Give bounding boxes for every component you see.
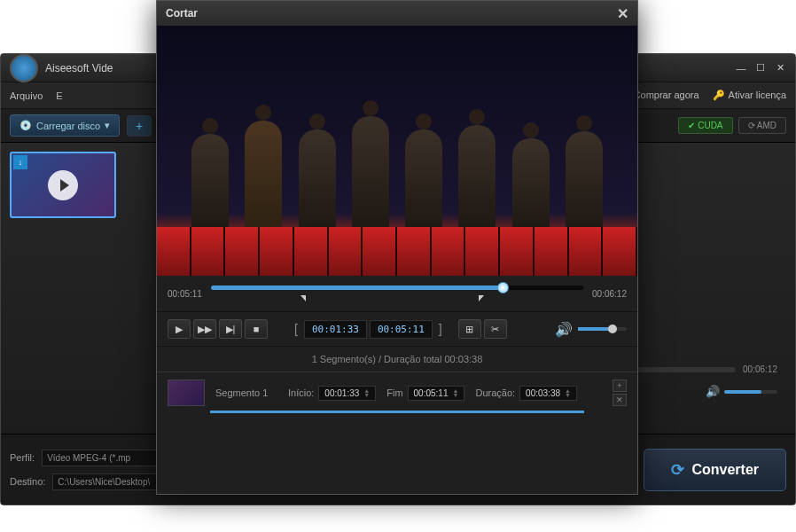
trim-dialog: Cortar ✕ 00:05:11 00:06:12 ▶ ▶▶ ▶| ■ [ 0…	[156, 0, 638, 495]
close-button[interactable]: ✕	[774, 62, 786, 74]
menu-arquivo[interactable]: Arquivo	[10, 90, 43, 101]
menu-e[interactable]: E	[56, 90, 62, 101]
segment-range-bar	[210, 411, 584, 413]
timeline-end-label: 00:06:12	[592, 289, 627, 299]
dialog-title: Cortar	[166, 7, 198, 20]
timeline-start-label: 00:05:11	[168, 289, 202, 299]
dialog-close-button[interactable]: ✕	[617, 5, 628, 22]
playhead-handle[interactable]	[497, 282, 509, 293]
split-button[interactable]: ⊞	[458, 319, 481, 339]
volume-slider[interactable]	[724, 390, 777, 394]
perfil-label: Perfil:	[10, 452, 35, 463]
perfil-input[interactable]	[42, 450, 166, 466]
disc-icon: 💿	[20, 120, 32, 131]
app-logo-icon	[10, 54, 38, 82]
mute-button[interactable]: 🔊	[555, 321, 573, 338]
download-tag-icon: ↓	[13, 155, 27, 169]
amd-badge: ⟳ AMD	[738, 117, 786, 134]
stop-button[interactable]: ■	[245, 319, 268, 339]
maximize-button[interactable]: ☐	[754, 62, 767, 74]
activate-link[interactable]: 🔑Ativar licença	[713, 90, 786, 101]
refresh-icon: ⟳	[671, 460, 684, 480]
duracao-spinner[interactable]: 00:03:38▲▼	[519, 386, 577, 401]
volume-slider[interactable]	[578, 327, 627, 331]
inicio-spinner[interactable]: 00:01:33▲▼	[318, 386, 376, 401]
fastforward-button[interactable]: ▶▶	[193, 319, 216, 339]
preview-time-total: 00:06:12	[743, 364, 777, 374]
play-overlay-icon	[60, 179, 69, 192]
destino-label: Destino:	[10, 476, 45, 487]
playback-controls: ▶ ▶▶ ▶| ■ [ 00:01:33 00:05:11 ] ⊞ ✂ 🔊	[157, 311, 637, 347]
segment-remove-button[interactable]: ✕	[613, 394, 627, 406]
duracao-label: Duração:	[475, 387, 515, 398]
convert-button[interactable]: ⟳Converter	[644, 449, 786, 491]
next-frame-button[interactable]: ▶|	[219, 319, 242, 339]
segment-add-button[interactable]: +	[613, 379, 627, 392]
segment-name: Segmento 1	[215, 387, 277, 398]
time-out-field[interactable]: 00:05:11	[370, 320, 433, 339]
inicio-label: Início:	[288, 387, 314, 398]
minimize-button[interactable]: —	[735, 62, 747, 74]
dialog-titlebar: Cortar ✕	[157, 1, 637, 26]
volume-icon[interactable]: 🔊	[706, 385, 720, 398]
segment-summary: 1 Segmento(s) / Duração total 00:03:38	[157, 347, 637, 372]
trim-in-marker[interactable]	[300, 295, 306, 301]
time-in-field[interactable]: 00:01:33	[304, 320, 367, 339]
timeline-track[interactable]	[211, 281, 583, 306]
play-button[interactable]: ▶	[168, 319, 191, 339]
segment-thumbnail	[168, 379, 205, 406]
bracket-in-icon[interactable]: [	[291, 322, 301, 336]
key-icon: 🔑	[713, 90, 725, 100]
bracket-out-icon[interactable]: ]	[435, 322, 446, 336]
media-thumbnail[interactable]: ↓	[10, 152, 116, 218]
add-button[interactable]: +	[127, 115, 152, 137]
video-preview[interactable]	[157, 26, 637, 276]
timeline: 00:05:11 00:06:12	[157, 276, 637, 311]
fim-label: Fim	[386, 387, 402, 398]
cut-button[interactable]: ✂	[484, 319, 507, 339]
chevron-down-icon: ▾	[105, 120, 110, 131]
trim-out-marker[interactable]	[479, 295, 484, 301]
cuda-badge: ✔ CUDA	[678, 117, 732, 134]
segment-row[interactable]: Segmento 1 Início: 00:01:33▲▼ Fim 00:05:…	[157, 372, 637, 413]
fim-spinner[interactable]: 00:05:11▲▼	[408, 386, 465, 401]
load-disc-button[interactable]: 💿Carregar disco▾	[10, 114, 120, 137]
